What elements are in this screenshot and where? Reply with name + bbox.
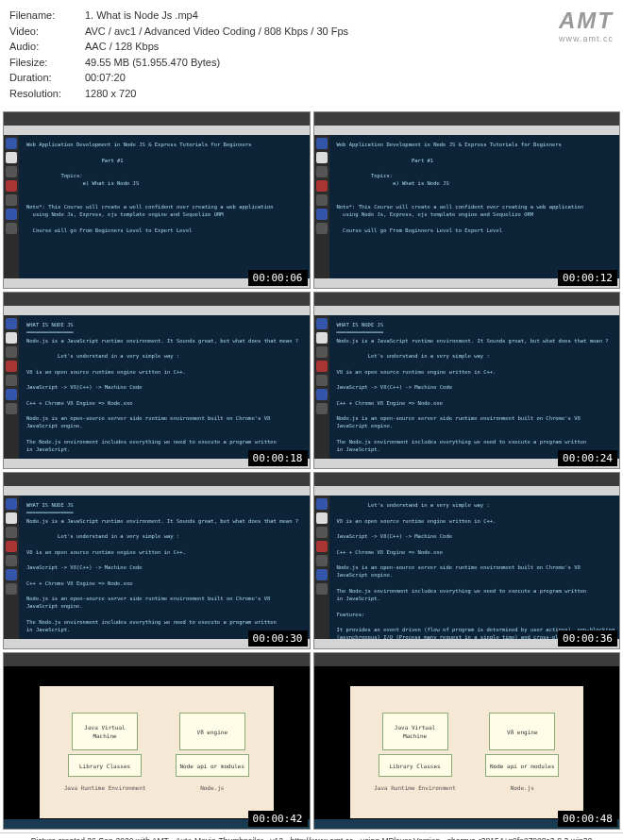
code-line: Let's understand in a very simple way : [337, 501, 613, 509]
code-line [26, 219, 302, 227]
audio-value: AAC / 128 Kbps [85, 39, 159, 55]
app-icon [316, 332, 328, 344]
code-line: Let's understand in a very simple way : [26, 532, 302, 540]
thumbnail-5[interactable]: Let's understand in a very simple way : … [313, 472, 621, 649]
app-icon [6, 138, 17, 149]
code-line: V8 is an open source runtime engine writ… [26, 548, 302, 556]
code-line: Part #1 [26, 157, 302, 164]
app-icon [6, 541, 17, 552]
thumbnail-2[interactable]: WHAT IS NODE JS━━━━━━━━━━━━━━━Node.js is… [3, 292, 311, 469]
code-line: The Node.js environment includes everyth… [337, 438, 613, 445]
code-line [337, 360, 613, 367]
video-label: Video: [9, 24, 85, 40]
duration-label: Duration: [9, 70, 85, 86]
diagram-box-libs: Library Classes [379, 754, 452, 777]
app-icon [316, 361, 328, 372]
thumb-content: Java Virtual Machine Library Classes Jav… [314, 666, 620, 819]
code-line: JavaScript engine. [26, 422, 302, 429]
code-line: Node.js is a JavaScript runtime environm… [337, 337, 613, 344]
code-line: Topics: [26, 172, 302, 179]
amt-logo: AMT www.amt.cc [559, 8, 614, 43]
thumbnail-0[interactable]: Web Application Development in Node JS &… [3, 111, 311, 289]
code-line: The Node.js environment includes everyth… [337, 587, 613, 595]
app-icon [6, 318, 17, 329]
resolution-value: 1280 x 720 [85, 86, 136, 102]
code-line: Course will go From Beginners Level to E… [26, 227, 302, 234]
code-line: Node.js is an open-source server side ru… [337, 563, 613, 571]
code-line [337, 509, 613, 516]
logo-main-text: AMT [559, 8, 614, 34]
code-line: JavaScript engine. [26, 602, 302, 610]
app-icon [316, 318, 328, 329]
app-launcher-sidebar [314, 315, 329, 459]
thumb-content: Java Virtual Machine Library Classes Jav… [4, 666, 310, 819]
code-line: WHAT IS NODE JS [26, 501, 302, 509]
code-line: The Node.js environment includes everyth… [26, 618, 302, 626]
code-line: WHAT IS NODE JS [26, 321, 302, 328]
code-line [337, 618, 613, 626]
thumbnail-6[interactable]: Java Virtual Machine Library Classes Jav… [3, 652, 311, 830]
thumbnail-3[interactable]: WHAT IS NODE JS━━━━━━━━━━━━━━━Node.js is… [313, 292, 621, 469]
window-titlebar [314, 653, 620, 666]
app-icon [316, 512, 328, 524]
code-line [26, 587, 302, 595]
diagram-box-jvm: Java Virtual Machine [72, 713, 138, 750]
app-icon [316, 389, 328, 400]
video-value: AVC / avc1 / Advanced Video Coding / 808… [85, 24, 348, 40]
diagram-label-jre: Java Runtime Environment [374, 783, 456, 792]
app-launcher-sidebar [4, 135, 19, 278]
diagram-left-col: Java Virtual Machine Library Classes Jav… [374, 713, 456, 792]
code-line: a) What is Node JS [337, 179, 613, 187]
app-icon [316, 403, 328, 414]
editor-tabbar [4, 306, 310, 315]
editor-content: WHAT IS NODE JS━━━━━━━━━━━━━━━Node.js is… [19, 496, 310, 639]
window-titlebar [314, 293, 620, 306]
code-line: JavaScript engine. [337, 422, 613, 429]
code-line [337, 525, 613, 532]
code-line [26, 430, 302, 438]
code-line [337, 556, 613, 563]
app-icon [6, 223, 17, 234]
code-line [26, 164, 302, 172]
app-icon [6, 569, 17, 580]
code-line: Topics: [337, 172, 613, 179]
code-line: JavaScript -> V8(C++) -> Machine Code [337, 532, 613, 540]
editor-content: WHAT IS NODE JS━━━━━━━━━━━━━━━Node.js is… [19, 315, 310, 459]
filesize-label: Filesize: [9, 55, 85, 71]
app-icon [6, 209, 17, 220]
thumbnail-4[interactable]: WHAT IS NODE JS━━━━━━━━━━━━━━━Node.js is… [3, 472, 311, 649]
filesize-value: 49.55 MB (51.955.470 Bytes) [85, 55, 220, 71]
app-launcher-sidebar [4, 496, 19, 639]
code-line: in JavaScript. [337, 595, 613, 602]
logo-sub-text: www.amt.cc [559, 34, 614, 43]
window-titlebar [4, 473, 310, 486]
thumbnail-grid: Web Application Development in Node JS &… [0, 109, 623, 832]
code-line [337, 164, 613, 172]
app-launcher-sidebar [314, 496, 329, 639]
app-icon [316, 209, 328, 220]
code-line: Node.js is an open-source server side ru… [26, 595, 302, 602]
code-line: Features: [337, 611, 613, 618]
diagram-label-jre: Java Runtime Environment [64, 783, 146, 792]
app-icon [316, 166, 328, 177]
code-line: V8 is an open source runtime engine writ… [337, 368, 613, 376]
code-line: JavaScript -> V8(C++) -> Machine Code [337, 383, 613, 391]
code-line: V8 is an open source runtime engine writ… [26, 368, 302, 376]
editor-tabbar [314, 486, 620, 496]
app-icon [6, 403, 17, 414]
thumb-timestamp: 00:00:18 [248, 450, 308, 466]
resolution-label: Resolution: [9, 86, 85, 102]
code-line: Node.js is an open-source server side ru… [337, 414, 613, 422]
code-line [26, 571, 302, 579]
code-line [26, 360, 302, 367]
code-line [337, 219, 613, 227]
thumbnail-1[interactable]: Web Application Development in Node JS &… [313, 111, 621, 289]
code-line: JavaScript -> V8(C++) -> Machine Code [26, 563, 302, 571]
app-icon [316, 180, 328, 192]
code-line [26, 148, 302, 156]
thumbnail-7[interactable]: Java Virtual Machine Library Classes Jav… [313, 652, 621, 830]
window-titlebar [4, 112, 310, 126]
editor-tabbar [314, 306, 620, 315]
app-icon [316, 527, 328, 538]
app-icon [316, 194, 328, 206]
